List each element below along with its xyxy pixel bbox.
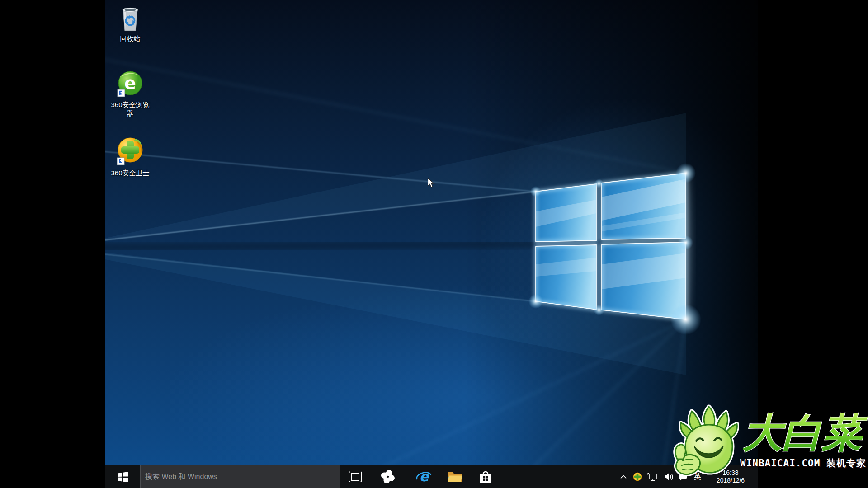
screen: 回收站 e 360安全浏览器: [0, 0, 868, 488]
desktop-icon-360-guard[interactable]: 360安全卫士: [108, 135, 153, 177]
search-placeholder: 搜索 Web 和 Windows: [145, 472, 217, 482]
letterbox-left: [0, 0, 105, 488]
watermark-subtitle: WINBAICAI.COM 装机专家: [740, 457, 866, 469]
task-view-button[interactable]: [344, 465, 366, 488]
pinwheel-app-button[interactable]: [377, 465, 399, 488]
start-button[interactable]: [105, 465, 140, 488]
desktop-icon-360-browser[interactable]: e 360安全浏览器: [108, 69, 153, 117]
desktop-icon-recycle-bin[interactable]: 回收站: [108, 5, 153, 43]
ie-icon: e: [416, 469, 432, 484]
internet-explorer-button[interactable]: e: [413, 465, 435, 488]
store-button[interactable]: [475, 465, 496, 488]
tray-360-icon[interactable]: [631, 465, 644, 488]
desktop-icon-label: 360安全浏览器: [108, 100, 152, 117]
desktop: 回收站 e 360安全浏览器: [105, 0, 758, 488]
store-bag-icon: [479, 469, 492, 484]
svg-text:e: e: [420, 469, 429, 484]
taskbar-search-box[interactable]: 搜索 Web 和 Windows: [140, 465, 340, 488]
windows-hero-wallpaper: [105, 0, 758, 488]
shortcut-arrow-badge: [117, 158, 124, 165]
tray-chevron-up-icon[interactable]: [617, 465, 630, 488]
windows-logo-icon: [118, 472, 128, 482]
tray-network-icon[interactable]: [646, 465, 660, 488]
recycle-bin-icon: [119, 5, 142, 33]
file-explorer-button[interactable]: [444, 465, 466, 488]
mouse-cursor: [428, 178, 435, 188]
taskbar: 搜索 Web 和 Windows e: [105, 465, 758, 488]
shortcut-arrow-badge: [118, 89, 125, 97]
watermark-cabbage-mascot: [668, 401, 750, 483]
show-desktop-button[interactable]: [756, 467, 758, 488]
folder-icon: [447, 470, 463, 483]
360-guard-icon: [115, 135, 145, 167]
desktop-icon-label: 360安全卫士: [108, 169, 152, 177]
pinwheel-icon: [381, 470, 395, 483]
svg-text:e: e: [124, 73, 136, 93]
task-view-icon: [348, 471, 363, 483]
360-browser-icon: e: [116, 69, 144, 99]
watermark-title-text: 大白菜: [742, 409, 868, 456]
watermark-title: 大白菜: [741, 406, 868, 459]
desktop-icon-label: 回收站: [108, 34, 152, 43]
